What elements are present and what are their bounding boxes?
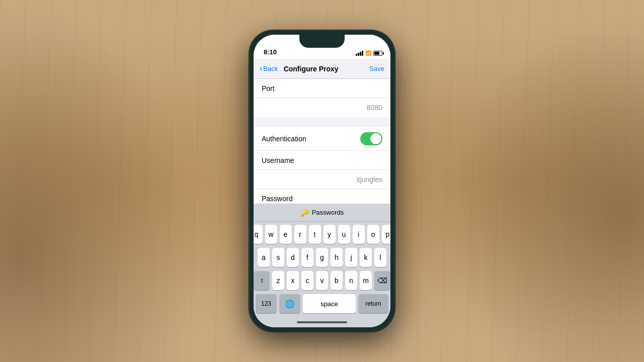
auth-section: Authentication Username itjungles Passwo… bbox=[254, 127, 390, 204]
space-key[interactable]: space bbox=[303, 294, 356, 313]
wifi-icon: 📶 bbox=[365, 50, 371, 56]
key-row-3: ⇧ z x c v b n m ⌫ bbox=[256, 271, 388, 290]
delete-key[interactable]: ⌫ bbox=[374, 271, 390, 290]
password-label: Password bbox=[262, 195, 292, 203]
key-row-2: a s d f g h j k l bbox=[256, 248, 388, 267]
return-key[interactable]: return bbox=[358, 294, 388, 313]
username-label: Username bbox=[262, 156, 294, 164]
key-h[interactable]: h bbox=[331, 248, 343, 267]
passwords-label: Passwords bbox=[312, 209, 344, 216]
key-w[interactable]: w bbox=[265, 225, 277, 244]
status-time: 8:10 bbox=[264, 48, 277, 56]
globe-key[interactable]: 🌐 bbox=[279, 294, 300, 313]
signal-icon bbox=[356, 50, 363, 56]
key-m[interactable]: m bbox=[360, 271, 372, 290]
shift-key[interactable]: ⇧ bbox=[254, 271, 270, 290]
key-o[interactable]: o bbox=[367, 225, 379, 244]
key-row-1: q w e r t y u i o p bbox=[256, 225, 388, 244]
username-row: Username bbox=[254, 151, 390, 170]
key-k[interactable]: k bbox=[360, 248, 372, 267]
numbers-key[interactable]: 123 bbox=[256, 294, 277, 313]
username-value: itjungles bbox=[357, 175, 382, 184]
phone-device: 8:10 📶 ‹ Back Configure Proxy bbox=[249, 30, 395, 332]
key-c[interactable]: c bbox=[301, 271, 313, 290]
authentication-row[interactable]: Authentication bbox=[254, 127, 390, 151]
key-g[interactable]: g bbox=[316, 248, 328, 267]
key-a[interactable]: a bbox=[258, 248, 270, 267]
key-b[interactable]: b bbox=[331, 271, 343, 290]
home-indicator bbox=[254, 317, 390, 327]
key-r[interactable]: r bbox=[294, 225, 306, 244]
key-i[interactable]: i bbox=[353, 225, 365, 244]
home-bar bbox=[297, 321, 347, 323]
key-f[interactable]: f bbox=[301, 248, 313, 267]
save-button[interactable]: Save bbox=[364, 65, 384, 72]
key-p[interactable]: p bbox=[382, 225, 391, 244]
key-z[interactable]: z bbox=[272, 271, 284, 290]
nav-bar: ‹ Back Configure Proxy Save bbox=[254, 59, 390, 79]
username-value-row[interactable]: itjungles bbox=[254, 170, 390, 189]
port-section: Port 8080 bbox=[254, 79, 390, 117]
port-value: 8080 bbox=[367, 104, 382, 112]
port-label: Port bbox=[262, 84, 275, 93]
keyboard: q w e r t y u i o p a s d f g bbox=[254, 222, 390, 317]
key-x[interactable]: x bbox=[287, 271, 299, 290]
password-row: Password bbox=[254, 189, 390, 204]
key-e[interactable]: e bbox=[280, 225, 292, 244]
key-n[interactable]: n bbox=[345, 271, 357, 290]
passwords-bar[interactable]: 🔑 Passwords bbox=[254, 204, 390, 222]
battery-icon bbox=[373, 51, 382, 56]
authentication-toggle[interactable] bbox=[360, 132, 382, 145]
page-title: Configure Proxy bbox=[258, 65, 364, 73]
key-q[interactable]: q bbox=[254, 225, 263, 244]
phone-screen: 8:10 📶 ‹ Back Configure Proxy bbox=[254, 35, 390, 327]
key-t[interactable]: t bbox=[309, 225, 321, 244]
key-d[interactable]: d bbox=[287, 248, 299, 267]
port-value-row[interactable]: 8080 bbox=[254, 98, 390, 117]
toggle-knob bbox=[370, 133, 381, 144]
key-y[interactable]: y bbox=[324, 225, 336, 244]
key-j[interactable]: j bbox=[345, 248, 357, 267]
key-v[interactable]: v bbox=[316, 271, 328, 290]
key-row-4: 123 🌐 space return bbox=[256, 294, 388, 313]
key-u[interactable]: u bbox=[338, 225, 350, 244]
status-bar: 8:10 📶 bbox=[254, 35, 390, 59]
section-gap-1 bbox=[254, 117, 390, 127]
keyboard-area: 🔑 Passwords q w e r t y u i o p bbox=[254, 204, 390, 327]
settings-content: Port 8080 Authentication Username bbox=[254, 79, 390, 204]
authentication-label: Authentication bbox=[262, 135, 306, 143]
port-row: Port bbox=[254, 79, 390, 98]
key-icon: 🔑 bbox=[300, 209, 309, 217]
key-l[interactable]: l bbox=[374, 248, 386, 267]
status-icons: 📶 bbox=[356, 50, 382, 56]
key-s[interactable]: s bbox=[272, 248, 284, 267]
notch bbox=[299, 35, 345, 48]
